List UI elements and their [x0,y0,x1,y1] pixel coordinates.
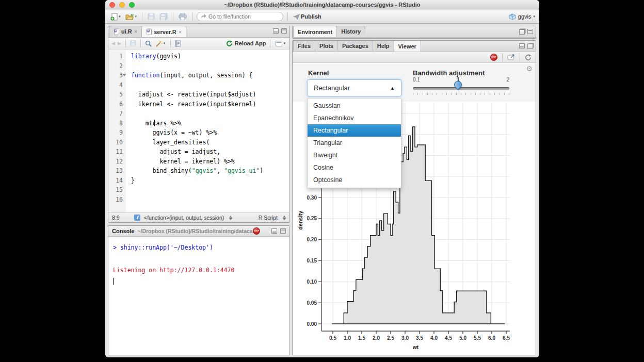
console-minimize-icon[interactable] [271,228,277,234]
line-number[interactable]: 1 [108,52,123,61]
scope-label[interactable]: <function>(input, output, session) [144,215,224,221]
files-minimize-icon[interactable] [519,43,525,48]
kernel-option-biweight[interactable]: Biweight [308,149,401,161]
y-tick-label: 0.00 [307,321,317,327]
forward-icon[interactable]: ▶ [118,41,121,46]
tab-packages[interactable]: Packages [337,40,373,51]
close-tab-icon[interactable]: × [179,29,182,35]
minimize-pane-icon[interactable] [273,28,279,34]
code-line: ggvis(x = ~wt) %>% [131,128,289,138]
maximize-pane-icon[interactable] [281,28,287,34]
code-line: } [131,176,289,186]
tab-help[interactable]: Help [373,40,394,51]
env-maximize-icon[interactable] [527,29,533,34]
kernel-select[interactable]: Rectangular ▲ [307,79,401,96]
tab-plots[interactable]: Plots [315,40,338,51]
slider-ticks [413,93,509,95]
line-number[interactable]: 11 [108,147,123,157]
console-stop-button[interactable]: STOP [253,227,260,235]
files-restore-icon[interactable] [527,44,533,49]
source-pane-menu-button[interactable]: ▾ [275,40,286,47]
console-header: Console ~/Dropbox (RStudio)/RStudio/trai… [108,226,289,237]
back-icon[interactable]: ◀ [111,41,115,46]
kernel-option-gaussian[interactable]: Gaussian [308,100,401,112]
editor-tab-label: ui.R [121,28,132,35]
publish-icon [293,14,300,20]
print-icon [179,13,187,20]
scope-selector-icon[interactable] [229,216,232,220]
kernel-option-cosine[interactable]: Cosine [308,161,401,174]
find-replace-button[interactable] [145,40,152,47]
viewer-stop-button[interactable]: STOP [490,54,497,61]
tab-history[interactable]: History [336,26,365,37]
reload-app-label: Reload App [235,40,266,46]
editor-cursor [154,120,155,126]
y-tick-label: 0.10 [307,279,317,285]
tab-environment[interactable]: Environment [293,26,337,37]
x-tick-label: 6.5 [503,335,510,341]
slider-max-label: 2 [506,77,509,83]
line-number[interactable]: 9 [108,128,123,138]
reload-app-button[interactable]: Reload App [226,40,266,47]
kernel-option-triangular[interactable]: Triangular [308,137,401,149]
editor-tab-ui.R[interactable]: Rui.R× [109,26,142,37]
project-menu-button[interactable]: R ggvis ▾ [509,13,535,20]
bandwidth-slider[interactable]: 0.1 1 2 [413,77,509,95]
save-all-button[interactable] [158,12,169,21]
kernel-option-optcosine[interactable]: Optcosine [308,174,401,186]
code-editor[interactable]: 12345678910111213141516 library(ggvis) f… [108,50,289,212]
project-caret-icon: ▾ [533,14,535,19]
new-file-icon [110,13,118,21]
file-type-label[interactable]: R Script [259,215,278,221]
goto-arrow-icon [201,14,206,19]
y-tick-label: 0.15 [307,258,317,264]
gear-icon[interactable]: ⚙ [526,64,533,73]
goto-file-input[interactable] [208,13,270,20]
line-number[interactable]: 13 [108,166,123,176]
line-number[interactable]: 10 [108,138,123,147]
close-tab-icon[interactable]: × [134,28,137,35]
save-button[interactable] [147,12,156,21]
compile-notebook-button[interactable] [175,40,181,47]
code-tools-button[interactable]: ▾ [154,40,167,47]
tab-viewer[interactable]: Viewer [394,40,421,52]
slider-track[interactable] [413,87,509,90]
open-file-button[interactable]: ▾ [124,13,138,21]
kernel-option-epanechnikov[interactable]: Epanechnikov [308,112,401,124]
line-number[interactable]: 15 [108,185,123,195]
line-number[interactable]: 6 [108,100,123,109]
x-tick-label: 1.5 [358,335,365,341]
viewer-refresh-button[interactable] [525,54,532,61]
save-source-button[interactable] [130,40,136,46]
env-restore-icon[interactable] [519,29,525,35]
line-number[interactable]: 7 [108,109,123,119]
line-number[interactable]: 4 [108,80,123,90]
rstudio-window: ~/Dropbox (RStudio)/RStudio/training/dat… [105,0,539,357]
line-number[interactable]: 14 [108,176,123,186]
line-number[interactable]: 3 [108,71,123,80]
line-number[interactable]: 16 [108,195,123,205]
code-line: bind_shiny("ggvis", "ggvis_ui") [131,166,289,176]
x-tick-label: 1.0 [344,335,351,341]
line-number[interactable]: 12 [108,157,123,167]
editor-tab-server.R[interactable]: Rserver.R× [141,26,186,37]
print-button[interactable] [178,12,188,21]
tab-label: Viewer [398,43,416,50]
publish-button[interactable]: Publish [292,13,323,20]
open-in-new-window-button[interactable] [507,54,515,60]
kernel-option-rectangular[interactable]: Rectangular [308,124,401,137]
r-file-icon: R [114,28,119,35]
line-number[interactable]: 5 [108,90,123,100]
console-output[interactable]: > shiny::runApp('~/Desktop') Listening o… [108,237,289,290]
goto-file-search[interactable] [197,12,283,21]
line-number[interactable]: 2 [108,61,123,71]
console-title[interactable]: Console [112,228,134,234]
file-type-selector-icon[interactable] [283,216,286,220]
line-number[interactable]: 8 [108,119,123,128]
new-file-button[interactable]: ▾ [109,12,122,21]
window-title: ~/Dropbox (RStudio)/RStudio/training/dat… [105,2,539,8]
environment-tab-bar: EnvironmentHistory [293,26,536,38]
tab-files[interactable]: Files [293,40,315,51]
code-line: iadjust <- reactive(input$adjust) [131,90,289,100]
console-maximize-icon[interactable] [280,228,286,234]
